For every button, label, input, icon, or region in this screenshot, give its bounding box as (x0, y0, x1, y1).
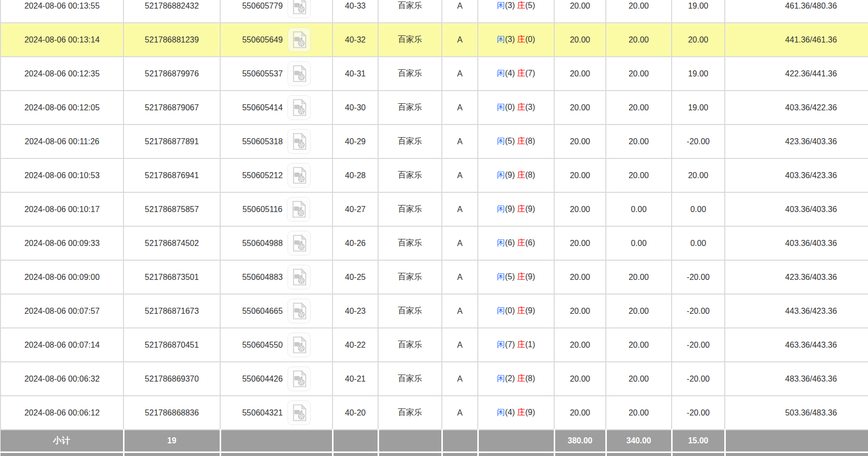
banker-label: 庄 (517, 204, 525, 213)
bet-amount-cell: 20.00 (554, 125, 606, 158)
bet-time-cell: 2024-08-06 00:11:26 (1, 125, 123, 158)
round-cell: 40-33 (333, 0, 378, 23)
result-cell: 闲(5) 庄(8) (478, 125, 554, 158)
video-playback-button[interactable] (287, 163, 311, 188)
total-row-partial (1, 452, 868, 456)
table-label-cell: A (442, 0, 478, 23)
game-number: 550604550 (242, 341, 282, 350)
video-playback-button[interactable] (287, 333, 311, 357)
player-score: (5) (505, 272, 515, 281)
video-playback-button[interactable] (287, 231, 311, 256)
payout-cell: 19.00 (672, 0, 725, 23)
result-cell: 闲(7) 庄(1) (478, 328, 554, 362)
round-cell: 40-29 (333, 125, 378, 158)
round-cell: 40-21 (333, 362, 378, 396)
game-number: 550604883 (242, 273, 282, 282)
game-type-cell: 百家乐 (378, 23, 442, 57)
bet-number-cell: 521786881239 (123, 23, 220, 57)
table-row: 2024-08-06 00:12:35 521786879976 5506055… (1, 57, 868, 91)
game-number-cell: 550604321 (220, 396, 333, 430)
banker-label: 庄 (517, 340, 525, 349)
bet-number-cell: 521786868836 (123, 396, 220, 430)
table-row: 2024-08-06 00:13:14 521786881239 5506056… (1, 23, 868, 57)
result-cell: 闲(6) 庄(6) (478, 226, 554, 260)
round-cell: 40-25 (333, 260, 378, 294)
video-playback-button[interactable] (287, 299, 311, 323)
banker-label: 庄 (517, 171, 525, 179)
balance-cell: 423.36/403.36 (725, 125, 868, 158)
game-number: 550605414 (242, 103, 282, 112)
bet-amount-cell: 20.00 (554, 396, 606, 430)
banker-label: 庄 (517, 272, 525, 281)
table-label-cell: A (442, 396, 478, 430)
balance-cell: 461.36/480.36 (725, 0, 868, 23)
player-label: 闲 (497, 69, 505, 77)
game-type-cell: 百家乐 (378, 396, 442, 430)
valid-amount-cell: 20.00 (606, 362, 672, 396)
subtotal-row: 小计 19 380.00 340.00 15.00 (1, 430, 868, 452)
video-playback-button[interactable] (287, 27, 311, 52)
bet-amount-cell: 20.00 (554, 158, 606, 192)
player-label: 闲 (497, 103, 505, 111)
video-file-icon (292, 0, 307, 14)
result-cell: 闲(5) 庄(9) (478, 260, 554, 294)
table-row: 2024-08-06 00:06:32 521786869370 5506044… (1, 362, 868, 396)
video-file-icon (292, 65, 307, 82)
table-row: 2024-08-06 00:07:57 521786871673 5506046… (1, 294, 868, 328)
bet-amount-cell: 20.00 (554, 91, 606, 125)
player-label: 闲 (497, 35, 505, 44)
video-playback-button[interactable] (287, 0, 311, 18)
bet-time-cell: 2024-08-06 00:06:32 (1, 362, 123, 396)
video-playback-button[interactable] (287, 61, 311, 86)
bet-number-cell: 521786873501 (123, 260, 220, 294)
video-playback-button[interactable] (287, 197, 310, 222)
result-cell: 闲(9) 庄(9) (478, 192, 554, 226)
records-grid: 2024-08-06 00:13:55 521786882432 5506057… (0, 0, 868, 456)
round-cell: 40-20 (333, 396, 378, 430)
balance-cell: 503.36/483.36 (725, 396, 868, 430)
balance-cell: 403.36/422.36 (725, 91, 868, 125)
table-row: 2024-08-06 00:06:12 521786868836 5506043… (1, 396, 868, 430)
video-file-icon (292, 99, 307, 116)
table-row: 2024-08-06 00:09:00 521786873501 5506048… (1, 260, 868, 294)
game-type-cell: 百家乐 (378, 0, 442, 23)
video-playback-button[interactable] (287, 265, 311, 289)
video-playback-button[interactable] (287, 129, 311, 154)
table-label-cell: A (442, 226, 478, 260)
result-cell: 闲(9) 庄(8) (478, 158, 554, 192)
player-label: 闲 (497, 272, 505, 281)
bet-time-cell: 2024-08-06 00:09:00 (1, 260, 123, 294)
player-score: (0) (505, 306, 515, 315)
table-label-cell: A (442, 91, 478, 125)
banker-score: (9) (525, 272, 535, 281)
player-label: 闲 (497, 306, 505, 315)
banker-score: (8) (525, 137, 535, 145)
table-label-cell: A (442, 328, 478, 362)
subtotal-empty-cell (378, 430, 442, 452)
table-label-cell: A (442, 362, 478, 396)
video-file-icon (292, 370, 307, 387)
banker-label: 庄 (517, 35, 525, 44)
video-playback-button[interactable] (287, 400, 311, 425)
bet-number-cell: 521786869370 (123, 362, 220, 396)
game-number-cell: 550604665 (220, 294, 333, 328)
game-type-cell: 百家乐 (378, 294, 442, 328)
video-playback-button[interactable] (287, 366, 311, 391)
banker-label: 庄 (517, 306, 525, 315)
video-file-icon (292, 133, 307, 150)
balance-cell: 483.36/463.36 (725, 362, 868, 396)
video-playback-button[interactable] (287, 95, 311, 120)
banker-score: (1) (525, 340, 535, 349)
table-label-cell: A (442, 260, 478, 294)
player-score: (4) (505, 69, 515, 77)
result-cell: 闲(3) 庄(5) (478, 0, 554, 23)
game-number: 550604321 (242, 408, 282, 418)
bet-records-table: 2024-08-06 00:13:55 521786882432 5506057… (0, 0, 868, 456)
game-number-cell: 550605649 (220, 23, 333, 57)
banker-score: (9) (525, 204, 535, 213)
bet-amount-cell: 20.00 (554, 362, 606, 396)
player-score: (3) (505, 35, 515, 44)
player-score: (0) (505, 103, 515, 111)
bet-amount-cell: 20.00 (554, 23, 606, 57)
bet-amount-cell: 20.00 (554, 226, 606, 260)
